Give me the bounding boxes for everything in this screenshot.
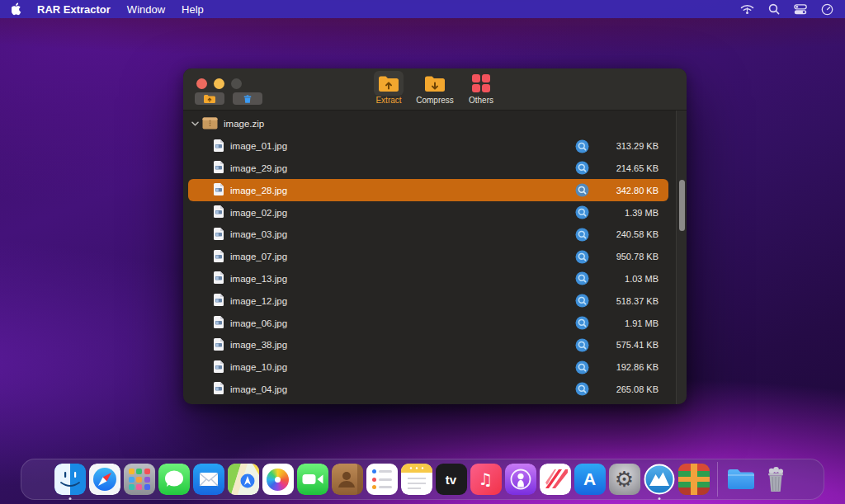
quick-look-icon[interactable] bbox=[575, 360, 589, 374]
tab-others[interactable]: Others bbox=[460, 71, 502, 105]
trash-button[interactable] bbox=[233, 92, 262, 105]
file-name: image_07.jpg bbox=[230, 252, 287, 261]
file-size: 214.65 KB bbox=[601, 163, 659, 173]
file-name: image_03.jpg bbox=[230, 229, 287, 239]
jpg-file-icon bbox=[213, 293, 224, 309]
dock-item-reminders[interactable] bbox=[366, 464, 398, 495]
tab-extract[interactable]: Extract bbox=[368, 71, 409, 105]
file-name: image_13.jpg bbox=[230, 274, 287, 284]
archive-name: image.zip bbox=[224, 119, 264, 129]
dock-item-archiver-utility[interactable] bbox=[678, 464, 710, 495]
dock-item-news[interactable] bbox=[540, 464, 571, 495]
dock-item-safari[interactable] bbox=[89, 464, 120, 495]
close-button[interactable] bbox=[196, 78, 207, 89]
dock-item-launchpad[interactable] bbox=[124, 464, 155, 495]
dock-item-mail[interactable] bbox=[193, 464, 224, 495]
quick-toolbar bbox=[195, 92, 262, 105]
minimize-button[interactable] bbox=[214, 78, 224, 89]
scrollbar-track[interactable] bbox=[676, 111, 687, 404]
dock: tv ♫ A ⚙ bbox=[21, 459, 824, 500]
menu-bar-status-area bbox=[740, 3, 833, 16]
jpg-file-icon bbox=[213, 227, 224, 243]
folder-up-icon bbox=[374, 71, 404, 96]
dock-item-facetime[interactable] bbox=[297, 464, 328, 495]
rar-extractor-window: Extract Compress Others image.zip bbox=[183, 68, 687, 404]
quick-look-icon[interactable] bbox=[575, 271, 589, 285]
quick-look-icon[interactable] bbox=[575, 183, 589, 197]
chevron-down-icon[interactable] bbox=[191, 121, 199, 126]
menu-window[interactable]: Window bbox=[127, 3, 165, 16]
jpg-file-icon bbox=[213, 205, 224, 220]
running-indicator bbox=[658, 497, 660, 500]
archive-row[interactable]: image.zip bbox=[183, 113, 687, 135]
list-item[interactable]: image_10.jpg 192.86 KB bbox=[183, 356, 687, 379]
traffic-lights bbox=[196, 78, 242, 89]
quick-look-icon[interactable] bbox=[575, 250, 589, 264]
list-item[interactable]: image_04.jpg 265.08 KB bbox=[183, 379, 687, 401]
gear-icon: ⚙ bbox=[615, 467, 634, 492]
list-item[interactable]: image_12.jpg 518.37 KB bbox=[183, 290, 687, 312]
jpg-file-icon bbox=[213, 315, 224, 331]
dock-item-system-preferences[interactable]: ⚙ bbox=[609, 464, 640, 495]
list-item-selected[interactable]: image_28.jpg 342.80 KB bbox=[188, 179, 668, 201]
quick-look-icon[interactable] bbox=[575, 139, 589, 153]
extract-folder-button[interactable] bbox=[195, 92, 224, 105]
jpg-file-icon bbox=[213, 271, 224, 286]
jpg-file-icon bbox=[213, 249, 224, 265]
wifi-icon[interactable] bbox=[740, 4, 754, 15]
list-item[interactable]: image_07.jpg 950.78 KB bbox=[183, 246, 687, 268]
dock-item-podcasts[interactable] bbox=[505, 464, 536, 495]
quick-look-icon[interactable] bbox=[575, 228, 589, 242]
jpg-file-icon bbox=[213, 160, 224, 176]
dock-item-tv[interactable]: tv bbox=[436, 464, 467, 495]
control-center-icon[interactable] bbox=[794, 4, 807, 15]
jpg-file-icon bbox=[213, 182, 224, 198]
tab-compress[interactable]: Compress bbox=[414, 71, 456, 105]
dock-item-contacts[interactable] bbox=[332, 464, 363, 495]
music-note-glyph: ♫ bbox=[479, 469, 493, 489]
red-grid-icon bbox=[466, 71, 496, 96]
file-name: image_10.jpg bbox=[230, 362, 287, 372]
window-titlebar[interactable]: Extract Compress Others bbox=[183, 68, 687, 111]
list-item[interactable]: image_01.jpg 313.29 KB bbox=[183, 135, 687, 158]
menu-app-name[interactable]: RAR Extractor bbox=[37, 3, 111, 16]
dock-item-maps[interactable] bbox=[228, 464, 259, 495]
dock-item-messages[interactable] bbox=[158, 464, 190, 495]
file-name: image_38.jpg bbox=[230, 340, 287, 350]
dock-item-app-store[interactable]: A bbox=[574, 464, 606, 495]
dock-item-trash[interactable] bbox=[760, 464, 791, 495]
dock-item-music[interactable]: ♫ bbox=[470, 464, 502, 495]
quick-look-icon[interactable] bbox=[575, 294, 589, 308]
spotlight-search-icon[interactable] bbox=[768, 3, 780, 15]
quick-look-icon[interactable] bbox=[575, 205, 589, 219]
dock-item-notes[interactable] bbox=[401, 464, 432, 495]
list-item[interactable]: image_13.jpg 1.03 MB bbox=[183, 268, 687, 290]
zip-archive-icon bbox=[202, 117, 218, 131]
dock-divider bbox=[717, 462, 718, 497]
list-item[interactable]: image_03.jpg 240.58 KB bbox=[183, 224, 687, 246]
dock-item-photos[interactable] bbox=[262, 464, 294, 495]
file-size: 1.03 MB bbox=[601, 274, 659, 284]
quick-look-icon[interactable] bbox=[575, 338, 589, 352]
quick-look-icon[interactable] bbox=[575, 382, 589, 396]
clock-icon[interactable] bbox=[821, 3, 833, 16]
dock-item-finder[interactable] bbox=[54, 464, 86, 495]
list-item[interactable]: image_29.jpg 214.65 KB bbox=[183, 158, 687, 180]
apple-menu-icon[interactable] bbox=[12, 2, 22, 16]
list-item[interactable]: image_38.jpg 575.41 KB bbox=[183, 334, 687, 356]
jpg-file-icon bbox=[213, 381, 224, 397]
quick-look-icon[interactable] bbox=[575, 161, 589, 175]
file-name: image_12.jpg bbox=[230, 296, 287, 306]
file-size: 313.29 KB bbox=[601, 141, 659, 151]
scrollbar-thumb[interactable] bbox=[679, 180, 685, 231]
dock-item-rar-extractor[interactable] bbox=[644, 464, 675, 495]
file-size: 265.08 KB bbox=[601, 384, 659, 394]
photos-pinwheel-icon bbox=[267, 469, 289, 491]
menu-help[interactable]: Help bbox=[182, 3, 204, 16]
file-name: image_02.jpg bbox=[230, 208, 287, 218]
list-item[interactable]: image_06.jpg 1.91 MB bbox=[183, 312, 687, 334]
dock-item-downloads-folder[interactable] bbox=[725, 464, 757, 495]
list-item[interactable]: image_02.jpg 1.39 MB bbox=[183, 201, 687, 224]
quick-look-icon[interactable] bbox=[575, 316, 589, 330]
file-name: image_29.jpg bbox=[230, 163, 287, 173]
